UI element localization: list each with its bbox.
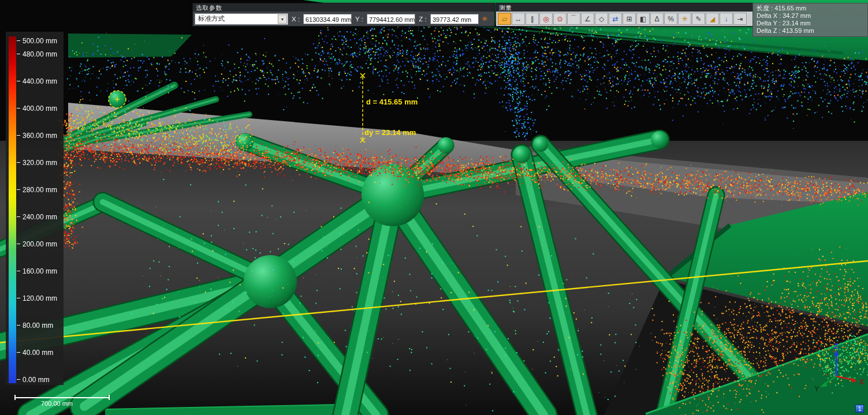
measurement-info-lines: 长度 : 415.65 mmDelta X : 34.27 mmDelta Y … bbox=[757, 5, 864, 35]
color-scale-tick bbox=[17, 135, 20, 136]
sphere-joint-small bbox=[109, 91, 126, 108]
color-scale-tick bbox=[17, 108, 20, 109]
color-scale-label: 440.00 mm bbox=[23, 78, 57, 85]
tool-angle-measure-button[interactable]: ∠ bbox=[581, 13, 594, 25]
application-window: d = 415.65 mm dy = 23.14 mm Z X Y 500.00… bbox=[0, 0, 868, 415]
color-scale-label: 500.00 mm bbox=[23, 38, 57, 45]
tool-point-pair-button[interactable]: ⇄ bbox=[609, 13, 622, 25]
sphere-joint-secondary bbox=[244, 255, 297, 308]
tool-delta-measure-button[interactable]: Δ bbox=[650, 13, 664, 25]
export-results-icon: ↓ bbox=[725, 15, 728, 23]
selection-panel-controls: 标准方式 ▾ X : 6130334.49 mm Y : 7794412.60 … bbox=[193, 12, 494, 26]
tool-percent-slope-button[interactable]: % bbox=[664, 13, 677, 25]
coordinate-readout-icon: ✳ bbox=[681, 15, 687, 23]
color-scale-tick bbox=[17, 325, 20, 326]
tool-close-measure-button[interactable]: ⇥ bbox=[733, 13, 747, 25]
color-scale-tick bbox=[17, 81, 20, 81]
color-scale-label: 120.00 mm bbox=[23, 295, 57, 302]
tool-plane-section-button[interactable]: ◢ bbox=[706, 13, 719, 25]
selection-panel-title: 选取参数 bbox=[193, 3, 494, 12]
tool-surface-compare-button[interactable]: ◧ bbox=[636, 13, 650, 25]
tool-export-results-button[interactable]: ↓ bbox=[720, 13, 733, 25]
color-scale-tick bbox=[17, 216, 20, 217]
color-scale-label: 240.00 mm bbox=[23, 214, 57, 221]
color-scale-tick bbox=[17, 244, 20, 244]
tool-parallel-distance-button[interactable]: ∥ bbox=[526, 13, 539, 25]
scale-bar-tick bbox=[109, 395, 110, 400]
x-coordinate-label: X : bbox=[289, 16, 302, 23]
color-scale-label: 40.00 mm bbox=[23, 349, 53, 357]
scale-bar-line bbox=[14, 397, 110, 398]
color-scale-label: 360.00 mm bbox=[23, 132, 57, 140]
tool-coordinate-readout-button[interactable]: ✳ bbox=[678, 13, 691, 25]
color-scale-tick bbox=[17, 352, 20, 353]
color-scale-legend: 500.00 mm480.00 mm440.00 mm400.00 mm360.… bbox=[6, 32, 64, 385]
diagonal-measure-icon: ◇ bbox=[599, 15, 604, 23]
arc-measure-icon: ⌒ bbox=[571, 14, 578, 24]
selection-mode-dropdown[interactable]: 标准方式 ▾ bbox=[195, 13, 288, 25]
tool-annotate-button[interactable]: ✎ bbox=[692, 13, 705, 25]
selection-mode-value: 标准方式 bbox=[198, 14, 225, 23]
color-scale-label: 80.00 mm bbox=[23, 322, 53, 330]
color-scale-label: 400.00 mm bbox=[23, 105, 57, 113]
tool-circle-radius-button[interactable]: ◎ bbox=[539, 13, 553, 25]
color-scale-tick bbox=[17, 271, 20, 271]
measure-toolbar-buttons: ▱↔∥◎⊙⌒∠◇⇄⊞◧Δ%✳✎◢↓⇥ bbox=[496, 12, 752, 26]
grid-measure-icon: ⊞ bbox=[626, 15, 632, 23]
color-scale-tick bbox=[17, 379, 20, 380]
tool-horizontal-distance-button[interactable]: ↔ bbox=[512, 13, 525, 25]
linear-distance-icon: ▱ bbox=[502, 15, 507, 23]
color-scale-tick bbox=[17, 162, 20, 163]
close-measure-icon: ⇥ bbox=[737, 15, 743, 23]
color-scale-strip bbox=[9, 36, 16, 383]
color-scale-tick bbox=[17, 54, 20, 54]
percent-slope-icon: % bbox=[668, 15, 674, 23]
surface-compare-icon: ◧ bbox=[640, 15, 646, 23]
scale-bar: 700.00 mm bbox=[14, 392, 110, 407]
circle-diameter-icon: ⊙ bbox=[557, 15, 562, 23]
z-coordinate-label: Z : bbox=[416, 16, 429, 23]
color-scale-label: 320.00 mm bbox=[23, 159, 57, 167]
status-badge[interactable]: 1 bbox=[855, 405, 864, 413]
measurement-info-line: Delta X : 34.27 mm bbox=[757, 12, 864, 20]
z-coordinate-field[interactable]: 39773.42 mm bbox=[430, 14, 479, 24]
sphere-joint-main bbox=[362, 164, 424, 226]
tool-linear-distance-button[interactable]: ▱ bbox=[498, 13, 511, 25]
horizontal-distance-icon: ↔ bbox=[515, 15, 522, 23]
measurement-info-line: 长度 : 415.65 mm bbox=[757, 5, 864, 12]
roof-panel-top-left bbox=[68, 33, 192, 58]
color-scale-tick bbox=[17, 298, 20, 298]
color-scale-label: 280.00 mm bbox=[23, 186, 57, 194]
y-coordinate-label: Y : bbox=[353, 16, 366, 23]
color-scale-label: 480.00 mm bbox=[23, 51, 57, 58]
snap-point-icon[interactable]: ✳ bbox=[480, 15, 489, 23]
tool-diagonal-measure-button[interactable]: ◇ bbox=[595, 13, 608, 25]
measurement-info-line: Delta Y : 23.14 mm bbox=[757, 20, 864, 27]
color-scale-tick bbox=[17, 189, 20, 190]
measure-toolbar-title: 测量 bbox=[496, 3, 752, 12]
tool-circle-diameter-button[interactable]: ⊙ bbox=[553, 13, 567, 25]
circle-radius-icon: ◎ bbox=[543, 15, 549, 23]
tool-grid-measure-button[interactable]: ⊞ bbox=[623, 13, 636, 25]
angle-measure-icon: ∠ bbox=[584, 15, 591, 23]
parallel-distance-icon: ∥ bbox=[531, 15, 534, 23]
measure-toolbar: 测量 ▱↔∥◎⊙⌒∠◇⇄⊞◧Δ%✳✎◢↓⇥ bbox=[496, 3, 753, 27]
selection-parameters-panel: 选取参数 标准方式 ▾ X : 6130334.49 mm Y : 779441… bbox=[192, 3, 495, 27]
chevron-down-icon[interactable]: ▾ bbox=[278, 14, 287, 24]
plane-section-icon: ◢ bbox=[710, 15, 715, 23]
tool-arc-measure-button[interactable]: ⌒ bbox=[567, 13, 580, 25]
color-scale-label: 0.00 mm bbox=[23, 376, 50, 384]
point-pair-icon: ⇄ bbox=[612, 15, 618, 23]
color-scale-label: 160.00 mm bbox=[23, 268, 57, 275]
color-scale-label: 200.00 mm bbox=[23, 241, 57, 248]
measurement-info-box: 长度 : 415.65 mmDelta X : 34.27 mmDelta Y … bbox=[752, 3, 868, 37]
y-coordinate-field[interactable]: 7794412.60 mm bbox=[367, 14, 415, 24]
delta-measure-icon: Δ bbox=[654, 15, 659, 23]
viewport-3d-scene[interactable] bbox=[0, 0, 868, 415]
x-coordinate-field[interactable]: 6130334.49 mm bbox=[303, 14, 352, 24]
scale-bar-label: 700.00 mm bbox=[41, 400, 110, 407]
annotate-icon: ✎ bbox=[695, 15, 701, 23]
measurement-info-line: Delta Z : 413.59 mm bbox=[757, 27, 864, 35]
scale-bar-tick bbox=[14, 395, 16, 400]
color-scale-tick bbox=[17, 40, 20, 41]
